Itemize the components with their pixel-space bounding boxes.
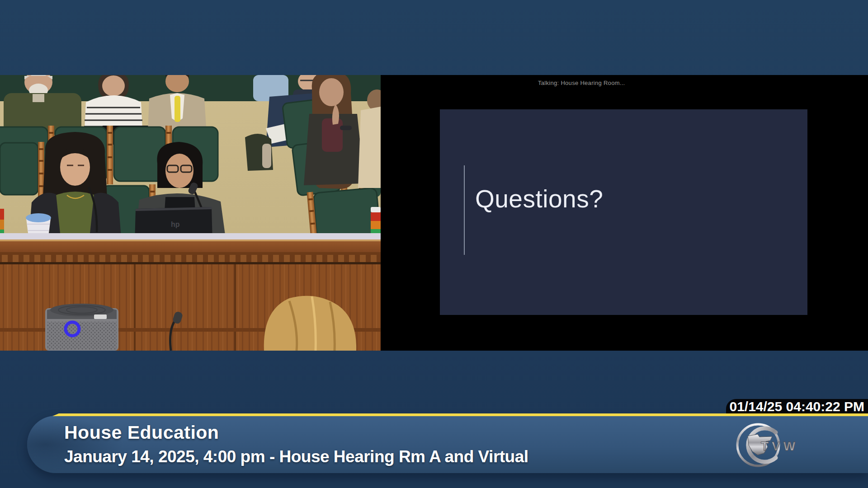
talking-caption: Talking: House Hearing Room... xyxy=(538,80,625,86)
slide-title: Questions? xyxy=(475,184,603,213)
presentation-slide: Questions? xyxy=(440,109,807,315)
banner-accent-line xyxy=(52,413,868,416)
tvw-logo: TVW xyxy=(732,422,800,469)
presentation-panel: Talking: House Hearing Room... Questions… xyxy=(381,75,868,351)
tvw-logo-text: TVW xyxy=(761,439,798,453)
tvw-logo-icon: TVW xyxy=(732,422,800,469)
committee-title: House Education xyxy=(64,422,219,443)
svg-text:hp: hp xyxy=(171,221,180,228)
slide-accent-line xyxy=(464,165,465,255)
hearing-datetime: January 14, 2025, 4:00 pm - House Hearin… xyxy=(64,447,528,466)
witness-table xyxy=(0,233,381,264)
hearing-room-video: hp xyxy=(0,75,381,351)
hearing-room-scene: hp xyxy=(0,75,381,351)
floor-bag xyxy=(245,134,273,171)
timestamp: 01/14/25 04:40:22 PM xyxy=(729,399,864,414)
timestamp-box: 01/14/25 04:40:22 PM xyxy=(726,399,868,414)
air-purifier xyxy=(45,304,118,351)
